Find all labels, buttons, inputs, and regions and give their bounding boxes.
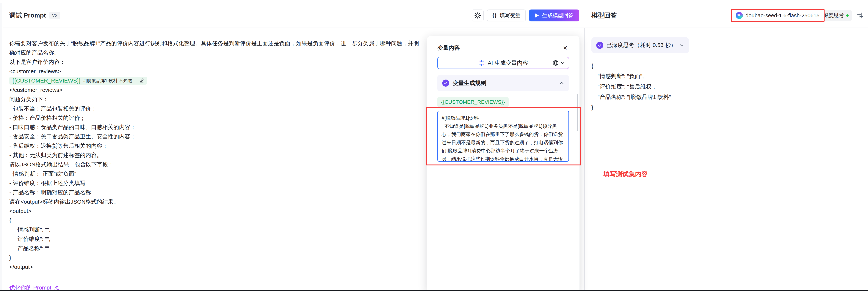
model-name[interactable]: doubao-seed-1.6-flash-250615 [745, 12, 819, 19]
doubao-logo-icon [736, 12, 743, 19]
variable-rules-section[interactable]: 变量生成规则 [437, 75, 569, 91]
version-badge: V2 [49, 12, 60, 19]
sparkle-icon [474, 12, 481, 19]
model-answer-header: 模型回答 doubao-seed-1.6-flash-250615 深度思考 [585, 3, 868, 28]
edit-pencil-icon[interactable] [139, 78, 144, 83]
debug-prompt-header: 调试 Prompt V2 {} 填写变量 生成模型回答 [3, 3, 584, 28]
fill-variables-label: 填写变量 [500, 12, 521, 19]
ai-sparkle-blue-icon [478, 60, 485, 66]
play-icon [535, 13, 539, 18]
fill-testset-annotation: 填写测试集内容 [603, 170, 648, 179]
prompt-variable-row: {{CUSTOMER_REVIEWS}} #[脱敏品牌1]饮料 不知道… [9, 76, 426, 85]
customer-reviews-variable-chip[interactable]: {{CUSTOMER_REVIEWS}} #[脱敏品牌1]饮料 不知道… [9, 77, 147, 84]
deep-think-on-dot [846, 14, 848, 17]
globe-icon[interactable] [553, 60, 559, 66]
model-answer-title: 模型回答 [591, 11, 617, 20]
generate-response-button[interactable]: 生成模型回答 [529, 9, 579, 22]
variable-chip-name: {{CUSTOMER_REVIEWS}} [12, 77, 81, 84]
close-icon[interactable]: ✕ [563, 45, 567, 51]
ai-generate-variable-button[interactable]: AI 生成变量内容 [437, 57, 569, 69]
ai-sparkle-button[interactable] [472, 9, 484, 22]
header-band: 调试 Prompt V2 {} 填写变量 生成模型回答 模型回答 [3, 3, 868, 28]
magic-pencil-icon [54, 285, 59, 291]
generate-response-label: 生成模型回答 [542, 12, 574, 19]
page-title: 调试 Prompt [9, 11, 46, 20]
check-circle-icon [596, 42, 603, 49]
model-settings-sliders-icon[interactable] [857, 12, 864, 19]
prompt-editor[interactable]: 你需要对客户发布的关于“脱敏品牌1”产品的评价内容进行识别和格式化整理。具体任务… [3, 28, 426, 290]
check-circle-icon [442, 79, 449, 87]
prompt-intro-text: 你需要对客户发布的关于“脱敏品牌1”产品的评价内容进行识别和格式化整理。具体任务… [9, 39, 423, 76]
customer-reviews-variable-tag: {{CUSTOMER_REVIEWS}} [437, 97, 508, 107]
deep-think-status-text: 已深度思考（耗时 0.53 秒） [606, 41, 676, 49]
model-answer-panel: 已深度思考（耗时 0.53 秒） { "情感判断": "负面", "评价维度":… [585, 28, 868, 290]
chevron-down-icon [679, 43, 684, 48]
deep-think-status-pill[interactable]: 已深度思考（耗时 0.53 秒） [591, 37, 689, 53]
model-selector-annotation-box: doubao-seed-1.6-flash-250615 [731, 9, 825, 22]
chevron-down-icon[interactable] [560, 61, 565, 65]
ai-generate-variable-label: AI 生成变量内容 [488, 59, 528, 67]
card-scrollbar-thumb[interactable] [577, 94, 578, 131]
window-top-gutter [0, 0, 868, 3]
variable-value-textarea[interactable]: #[脱敏品牌1]饮料 不知道是[脱敏品牌1]业务员黑还是[脱敏品牌1]领导黑心，… [437, 111, 569, 162]
window-bottom-edge [0, 290, 868, 291]
variable-content-card: 变量内容 ✕ AI 生成变量内容 [427, 36, 580, 291]
chevron-up-icon[interactable] [559, 81, 564, 85]
prompt-body-text: </customer_reviews> 问题分类如下： - 包装不当：产品包装相… [9, 85, 423, 271]
variable-panel-title: 变量内容 [437, 44, 460, 52]
braces-icon: {} [492, 12, 497, 19]
deep-think-label: 深度思考 [823, 12, 844, 19]
model-response-json: { "情感判断": "负面", "评价维度": "售后维权", "产品名称": … [591, 61, 868, 113]
variable-rules-label: 变量生成规则 [453, 79, 486, 87]
window-left-gutter [0, 3, 2, 291]
variable-chip-preview: #[脱敏品牌1]饮料 不知道… [83, 78, 137, 84]
fill-variables-button[interactable]: {} 填写变量 [487, 9, 526, 22]
